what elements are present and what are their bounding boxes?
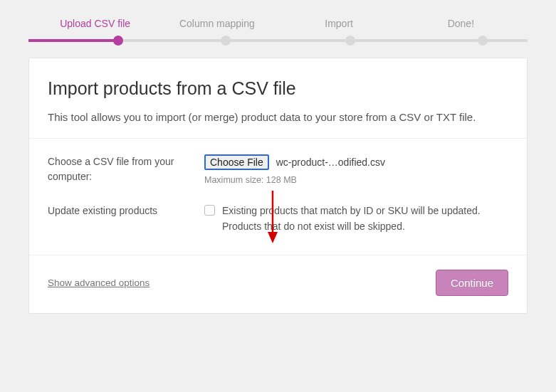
update-existing-description: Existing products that match by ID or SK… <box>222 203 508 234</box>
update-existing-checkbox[interactable] <box>204 205 215 216</box>
max-size-hint: Maximum size: 128 MB <box>204 175 508 185</box>
update-existing-label: Update existing products <box>48 203 204 234</box>
progress-stepper: Upload CSV file Column mapping Import Do… <box>28 18 528 58</box>
stepper-dot-2 <box>221 36 231 46</box>
stepper-track-fill <box>28 39 118 42</box>
page-title: Import products from a CSV file <box>48 78 508 99</box>
stepper-dot-4 <box>478 36 488 46</box>
chosen-file-name: wc-product-…odified.csv <box>276 157 385 168</box>
stepper-dot-3 <box>345 36 355 46</box>
stepper-dot-1 <box>113 36 123 46</box>
import-card: Import products from a CSV file This too… <box>28 58 528 314</box>
step-upload: Upload CSV file <box>34 18 156 36</box>
step-import: Import <box>278 18 400 36</box>
page-description: This tool allows you to import (or merge… <box>48 109 508 125</box>
show-advanced-options-link[interactable]: Show advanced options <box>48 277 150 288</box>
step-column-mapping: Column mapping <box>156 18 278 36</box>
choose-file-label: Choose a CSV file from your computer: <box>48 154 204 185</box>
continue-button[interactable]: Continue <box>436 270 508 296</box>
step-done: Done! <box>400 18 522 36</box>
choose-file-button[interactable]: Choose File <box>204 154 269 170</box>
